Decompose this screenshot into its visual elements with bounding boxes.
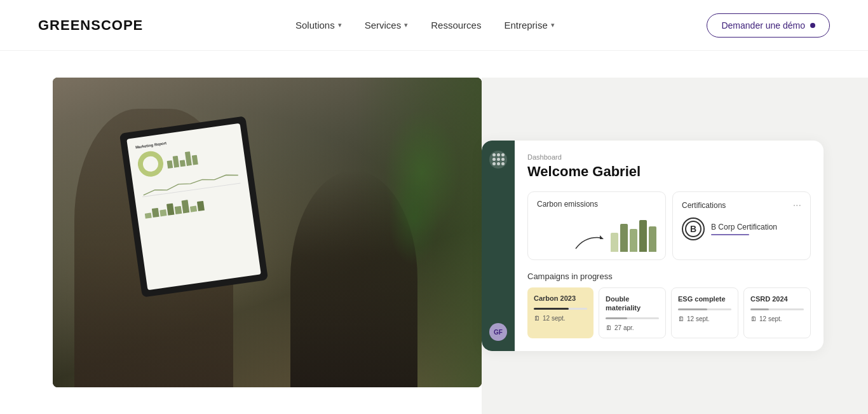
cert-card-title: Certifications xyxy=(682,201,726,210)
navbar: GREENSCOPE Solutions ▾ Services ▾ Ressou… xyxy=(0,0,868,51)
dashboard-cards-row: Carbon emissions xyxy=(527,191,811,260)
dashboard-label: Dashboard xyxy=(527,153,811,161)
campaign-progress-bar xyxy=(678,308,731,310)
dashboard-card: GF Dashboard Welcome Gabriel Carbon emis… xyxy=(482,141,824,352)
demo-button[interactable]: Demander une démo xyxy=(707,13,830,38)
campaign-date: 🗓 12 sept. xyxy=(678,315,731,322)
carbon-bars xyxy=(611,220,656,252)
tablet-prop: Marketing Report xyxy=(119,116,268,297)
campaigns-label: Campaigns in progress xyxy=(527,272,811,281)
calendar-icon: 🗓 xyxy=(678,315,684,322)
campaign-item[interactable]: Carbon 2023 🗓 12 sept. xyxy=(527,287,593,339)
brand-logo: GREENSCOPE xyxy=(38,17,143,34)
dashboard-sidebar: GF xyxy=(482,141,515,352)
campaign-progress-bar xyxy=(534,308,587,310)
cert-more-button[interactable]: ··· xyxy=(793,200,801,211)
campaign-item[interactable]: ESG complete 🗓 12 sept. xyxy=(671,287,738,339)
hero-image: Marketing Report xyxy=(53,78,482,387)
hero-section: Marketing Report xyxy=(0,51,868,414)
carbon-card: Carbon emissions xyxy=(527,191,666,260)
nav-links: Solutions ▾ Services ▾ Ressources Entrep… xyxy=(295,20,555,31)
campaigns-row: Carbon 2023 🗓 12 sept. Double materialit… xyxy=(527,287,811,339)
dashboard-welcome: Welcome Gabriel xyxy=(527,163,811,180)
nav-services[interactable]: Services ▾ xyxy=(365,20,409,31)
svg-text:B: B xyxy=(690,224,696,234)
calendar-icon: 🗓 xyxy=(534,315,540,322)
campaign-progress-bar xyxy=(750,308,804,310)
campaign-item[interactable]: CSRD 2024 🗓 12 sept. xyxy=(743,287,811,339)
campaign-date: 🗓 27 apr. xyxy=(606,324,659,331)
campaign-date: 🗓 12 sept. xyxy=(534,315,587,322)
svg-marker-0 xyxy=(600,235,604,239)
certifications-card: Certifications ··· B xyxy=(672,191,811,260)
chevron-down-icon: ▾ xyxy=(404,21,408,29)
chevron-down-icon: ▾ xyxy=(551,21,555,29)
calendar-icon: 🗓 xyxy=(750,315,757,322)
bcorp-underline xyxy=(711,234,749,235)
cert-item: B B Corp Certification xyxy=(682,217,801,240)
campaign-progress-bar xyxy=(606,317,659,319)
carbon-chart xyxy=(537,214,656,252)
carbon-card-title: Carbon emissions xyxy=(537,200,656,209)
campaign-name: Carbon 2023 xyxy=(534,294,587,303)
chevron-down-icon: ▾ xyxy=(338,21,342,29)
dot-icon xyxy=(810,23,815,28)
nav-entreprise[interactable]: Entreprise ▾ xyxy=(504,20,554,31)
user-avatar[interactable]: GF xyxy=(489,323,507,341)
hero-dashboard: GF Dashboard Welcome Gabriel Carbon emis… xyxy=(482,78,868,414)
campaign-name: Double materiality xyxy=(606,294,659,313)
campaign-name: ESG complete xyxy=(678,294,731,303)
bcorp-name: B Corp Certification xyxy=(711,223,777,231)
campaign-item[interactable]: Double materiality 🗓 27 apr. xyxy=(599,287,666,339)
calendar-icon: 🗓 xyxy=(606,324,612,331)
bcorp-logo-icon: B xyxy=(682,217,705,240)
dashboard-main: Dashboard Welcome Gabriel Carbon emissio… xyxy=(515,141,824,352)
campaign-date: 🗓 12 sept. xyxy=(750,315,804,322)
carbon-arrow-chart xyxy=(573,233,604,252)
campaign-name: CSRD 2024 xyxy=(750,294,804,303)
sidebar-logo-icon xyxy=(489,151,507,169)
nav-solutions[interactable]: Solutions ▾ xyxy=(295,20,342,31)
nav-ressources[interactable]: Ressources xyxy=(431,20,481,31)
